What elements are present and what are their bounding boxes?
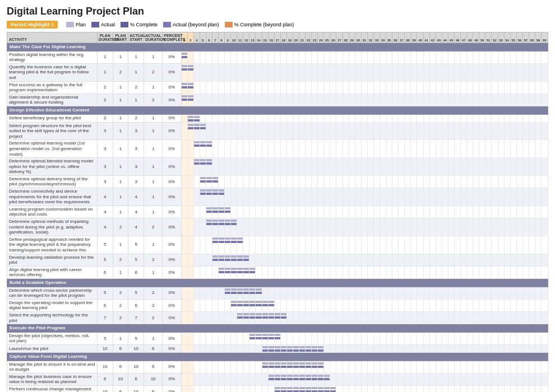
gantt-bar-plan (249, 334, 255, 336)
activity-cell: Select the supporting technology for the… (7, 311, 98, 324)
gantt-bar-plan (256, 288, 261, 291)
gantt-period-cell (411, 63, 417, 81)
gantt-period-cell (200, 299, 206, 311)
gantt-period-cell (423, 236, 429, 254)
gantt-period-cell (423, 287, 429, 299)
period-highlight-button[interactable]: Period Highlight 1 (7, 21, 58, 29)
gantt-bar-actual (200, 162, 206, 165)
gantt-period-cell (361, 287, 367, 299)
table-row: Define beneficiary group for the pilot21… (7, 114, 548, 122)
th-period-6: 6 (206, 32, 212, 43)
gantt-period-cell (330, 140, 336, 158)
gantt-period-cell (429, 385, 436, 392)
gantt-period-cell (423, 311, 429, 324)
gantt-bar-actual (188, 99, 193, 101)
gantt-period-cell (411, 254, 417, 266)
gantt-bar-plan (312, 387, 317, 389)
gantt-period-cell (274, 175, 280, 188)
gantt-period-cell (448, 63, 454, 81)
gantt-bar-actual (262, 366, 268, 368)
gantt-period-cell (324, 188, 330, 206)
gantt-period-cell (380, 51, 386, 63)
gantt-period-cell (336, 94, 343, 106)
gantt-period-cell (367, 373, 373, 385)
gantt-period-cell (286, 373, 293, 385)
gantt-period-cell (274, 266, 280, 278)
gantt-period-cell (225, 114, 231, 122)
gantt-period-cell (312, 175, 318, 188)
gantt-period-cell (293, 114, 299, 122)
gantt-period-cell (411, 332, 417, 344)
gantt-period-cell (417, 63, 423, 81)
gantt-period-cell (306, 63, 312, 81)
gantt-period-cell (237, 361, 243, 373)
gantt-period-cell (399, 140, 405, 158)
gantt-period-cell (405, 385, 411, 392)
gantt-period-cell (181, 332, 187, 344)
gantt-period-cell (206, 254, 212, 266)
gantt-period-cell (355, 206, 361, 218)
gantt-period-cell (200, 311, 206, 324)
gantt-period-cell (330, 332, 336, 344)
pct-cell: 0% (163, 254, 181, 266)
gantt-period-cell (442, 188, 448, 206)
gantt-period-cell (516, 254, 522, 266)
gantt-period-cell (367, 114, 373, 122)
gantt-period-cell (212, 236, 218, 254)
gantt-period-cell (312, 311, 318, 324)
gantt-period-cell (212, 94, 218, 106)
table-row: Determine optimal learning model (1st ge… (7, 140, 548, 158)
gantt-period-cell (293, 332, 299, 344)
activity-cell: Design the operating model to support th… (7, 299, 98, 311)
gantt-period-cell (361, 114, 367, 122)
gantt-period-cell (461, 385, 467, 392)
gantt-period-cell (306, 287, 312, 299)
gantt-period-cell (355, 175, 361, 188)
gantt-period-cell (237, 218, 243, 236)
gantt-period-cell (280, 373, 286, 385)
num-cell-0: 3 (97, 175, 113, 188)
gantt-period-cell (249, 158, 256, 176)
gantt-period-cell (479, 287, 485, 299)
gantt-period-cell (399, 94, 405, 106)
gantt-period-cell (237, 122, 243, 140)
gantt-period-cell (492, 51, 498, 63)
gantt-bar-plan (206, 159, 212, 161)
gantt-period-cell (200, 344, 206, 352)
gantt-period-cell (318, 236, 324, 254)
gantt-period-cell (367, 361, 373, 373)
gantt-period-cell (256, 94, 262, 106)
gantt-period-cell (516, 175, 522, 188)
gantt-period-cell (423, 332, 429, 344)
gantt-period-cell (367, 344, 373, 352)
num-cell-3: 1 (144, 206, 162, 218)
gantt-period-cell (256, 311, 262, 324)
gantt-period-cell (448, 344, 454, 352)
gantt-bar-plan (237, 288, 243, 291)
gantt-bar-plan (306, 362, 311, 365)
gantt-period-cell (306, 236, 312, 254)
gantt-period-cell (212, 122, 218, 140)
gantt-period-cell (492, 188, 498, 206)
gantt-bar-actual (275, 378, 280, 380)
gantt-period-cell (542, 94, 548, 106)
gantt-period-cell (212, 114, 218, 122)
pct-cell: 0% (163, 311, 181, 324)
gantt-period-cell (542, 361, 548, 373)
gantt-bar-plan (200, 141, 206, 143)
gantt-period-cell (429, 188, 436, 206)
gantt-bar-actual (194, 162, 200, 165)
gantt-period-cell (312, 254, 318, 266)
gantt-bar-plan (206, 207, 212, 209)
gantt-period-cell (243, 188, 249, 206)
gantt-period-cell (504, 218, 510, 236)
gantt-bar-plan (299, 387, 305, 389)
gantt-period-cell (411, 266, 417, 278)
gantt-bar-plan (318, 362, 323, 365)
gantt-period-cell (485, 188, 492, 206)
gantt-period-cell (231, 266, 237, 278)
gantt-period-cell (529, 266, 535, 278)
gantt-period-cell (504, 385, 510, 392)
gantt-period-cell (262, 299, 268, 311)
gantt-period-cell (436, 254, 442, 266)
